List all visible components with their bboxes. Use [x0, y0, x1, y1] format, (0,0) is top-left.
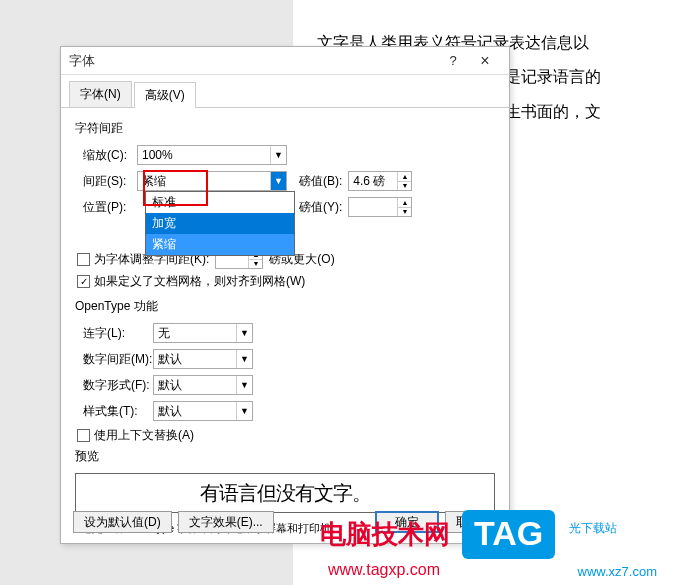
watermark-brand: 电脑技术网 TAG [320, 510, 555, 559]
preview-heading: 预览 [75, 448, 495, 465]
scale-value: 100% [142, 148, 173, 162]
watermark-url: www.tagxp.com [328, 561, 440, 579]
num-spacing-value: 默认 [158, 351, 182, 368]
tabs: 字体(N) 高级(V) [61, 75, 509, 108]
scale-combo[interactable]: 100% ▼ [137, 145, 287, 165]
tab-advanced[interactable]: 高级(V) [134, 82, 196, 108]
titlebar: 字体 ? × [61, 47, 509, 75]
num-spacing-label: 数字间距(M): [75, 351, 153, 368]
tag-badge: TAG [462, 510, 555, 559]
spin-down-icon[interactable]: ▼ [398, 182, 411, 191]
contextual-row: 使用上下文替换(A) [77, 427, 495, 444]
dialog-title: 字体 [69, 52, 437, 70]
tab-font[interactable]: 字体(N) [69, 81, 132, 107]
ligatures-label: 连字(L): [75, 325, 153, 342]
close-button[interactable]: × [469, 51, 501, 71]
spacing-value: 紧缩 [142, 173, 166, 190]
opentype-heading: OpenType 功能 [75, 298, 495, 315]
spacing-value-input[interactable]: 4.6 磅 ▲ ▼ [348, 171, 412, 191]
chevron-down-icon[interactable]: ▼ [270, 172, 286, 190]
spacing-value-label: 磅值(B): [299, 173, 342, 190]
set-default-button[interactable]: 设为默认值(D) [73, 511, 172, 533]
num-spacing-combo[interactable]: 默认 ▼ [153, 349, 253, 369]
kerning-checkbox[interactable] [77, 253, 90, 266]
dialog-content: 字符间距 缩放(C): 100% ▼ 间距(S): 紧缩 ▼ 磅值(B): 4.… [61, 108, 509, 546]
help-button[interactable]: ? [437, 51, 469, 71]
num-forms-row: 数字形式(F): 默认 ▼ [75, 375, 495, 395]
num-forms-label: 数字形式(F): [75, 377, 153, 394]
spin-up-icon[interactable]: ▲ [398, 198, 411, 208]
brand-text: 电脑技术网 [320, 517, 450, 552]
chevron-down-icon: ▼ [236, 324, 252, 342]
contextual-checkbox[interactable] [77, 429, 90, 442]
contextual-label: 使用上下文替换(A) [94, 427, 194, 444]
spacing-label: 间距(S): [75, 173, 137, 190]
position-value-label: 磅值(Y): [299, 199, 342, 216]
scale-row: 缩放(C): 100% ▼ [75, 145, 495, 165]
grid-checkbox[interactable]: ✓ [77, 275, 90, 288]
spin-down-icon[interactable]: ▼ [398, 208, 411, 217]
spacing-row: 间距(S): 紧缩 ▼ 磅值(B): 4.6 磅 ▲ ▼ 标准 加宽 紧缩 [75, 171, 495, 191]
chevron-down-icon: ▼ [236, 376, 252, 394]
spinner: ▲ ▼ [397, 172, 411, 190]
grid-row: ✓ 如果定义了文档网格，则对齐到网格(W) [77, 273, 495, 290]
position-label: 位置(P): [75, 199, 137, 216]
position-value-input[interactable]: ▲ ▼ [348, 197, 412, 217]
spacing-combo[interactable]: 紧缩 ▼ [137, 171, 287, 191]
font-dialog: 字体 ? × 字体(N) 高级(V) 字符间距 缩放(C): 100% ▼ 间距… [60, 46, 510, 544]
char-spacing-heading: 字符间距 [75, 120, 495, 137]
chevron-down-icon: ▼ [236, 350, 252, 368]
text-effects-button[interactable]: 文字效果(E)... [178, 511, 274, 533]
stylistic-label: 样式集(T): [75, 403, 153, 420]
num-forms-combo[interactable]: 默认 ▼ [153, 375, 253, 395]
preview-box: 有语言但没有文字。 [75, 473, 495, 513]
num-spacing-row: 数字间距(M): 默认 ▼ [75, 349, 495, 369]
ligatures-row: 连字(L): 无 ▼ [75, 323, 495, 343]
stylistic-value: 默认 [158, 403, 182, 420]
num-forms-value: 默认 [158, 377, 182, 394]
chevron-down-icon: ▼ [270, 146, 286, 164]
spin-up-icon[interactable]: ▲ [398, 172, 411, 182]
spacing-dropdown: 标准 加宽 紧缩 [145, 191, 295, 256]
watermark-tagline: 光下载站 [569, 520, 617, 537]
dropdown-option-expand[interactable]: 加宽 [146, 213, 294, 234]
spin-down-icon[interactable]: ▼ [249, 260, 262, 269]
stylistic-combo[interactable]: 默认 ▼ [153, 401, 253, 421]
watermark-url2: www.xz7.com [578, 564, 657, 579]
spacing-amount: 4.6 磅 [353, 173, 385, 190]
dropdown-option-condense[interactable]: 紧缩 [146, 234, 294, 255]
ligatures-combo[interactable]: 无 ▼ [153, 323, 253, 343]
scale-label: 缩放(C): [75, 147, 137, 164]
spinner: ▲ ▼ [397, 198, 411, 216]
chevron-down-icon: ▼ [236, 402, 252, 420]
ligatures-value: 无 [158, 325, 170, 342]
grid-label: 如果定义了文档网格，则对齐到网格(W) [94, 273, 305, 290]
dropdown-option-standard[interactable]: 标准 [146, 192, 294, 213]
stylistic-row: 样式集(T): 默认 ▼ [75, 401, 495, 421]
